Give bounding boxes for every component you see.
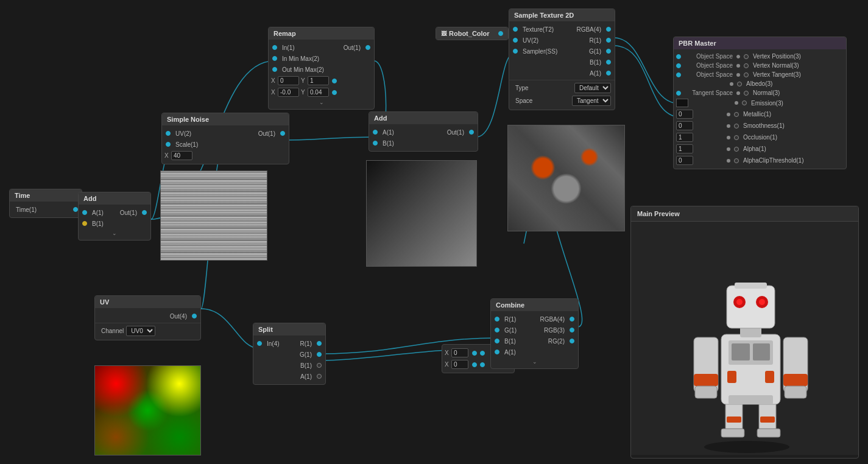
- remap-out-port[interactable]: [365, 45, 370, 50]
- pbr-vertex-pos-port-r[interactable]: [744, 54, 749, 59]
- split-r-port[interactable]: [317, 341, 322, 346]
- split-a-port[interactable]: [317, 374, 322, 379]
- xy-combine-x1-input[interactable]: [451, 348, 468, 357]
- pbr-normal-port-r[interactable]: [744, 91, 749, 96]
- combine-r-port[interactable]: [495, 317, 499, 322]
- combine-b-row: B(1) RG(2): [491, 336, 578, 346]
- pbr-smoothness-input[interactable]: [676, 121, 693, 130]
- split-g-port[interactable]: [317, 352, 322, 357]
- pbr-alphaclip-port[interactable]: [734, 158, 739, 163]
- remap-x1-input[interactable]: [278, 76, 299, 85]
- remap-y1-label: Y: [301, 77, 306, 84]
- st-type-select[interactable]: Default: [574, 83, 611, 93]
- svg-rect-13: [765, 371, 774, 383]
- st-b-port[interactable]: [606, 60, 611, 65]
- svg-rect-12: [727, 371, 736, 383]
- add-right-a-port[interactable]: [373, 130, 378, 135]
- combine-b-label: B(1): [504, 338, 516, 345]
- combine-title: Combine: [491, 299, 578, 311]
- pbr-metallic-port[interactable]: [734, 112, 739, 117]
- combine-a-row: A(1): [491, 346, 578, 357]
- pbr-alphaclip-label: AlphaClipThreshold(1): [743, 157, 804, 164]
- remap-outminmax-label: Out Min Max(2): [282, 66, 324, 73]
- pbr-emission-port[interactable]: [742, 100, 747, 105]
- remap-outminmax-port[interactable]: [272, 67, 277, 72]
- pbr-vertex-tangent-port-l[interactable]: [676, 72, 681, 77]
- st-texture-port[interactable]: [513, 27, 518, 32]
- st-g-port[interactable]: [606, 49, 611, 54]
- svg-rect-5: [757, 429, 780, 437]
- xy-combine-x1-port-r[interactable]: [480, 351, 485, 356]
- pbr-albedo-port[interactable]: [737, 82, 742, 86]
- robot-color-out-port[interactable]: [498, 31, 503, 36]
- simple-noise-x-input[interactable]: [171, 151, 192, 160]
- pbr-smoothness-row: Smoothness(1): [674, 120, 846, 132]
- pbr-occlusion-label: Occlusion(1): [743, 134, 777, 141]
- st-r-port[interactable]: [606, 38, 611, 43]
- st-rgba-label: RGBA(4): [576, 26, 601, 33]
- pbr-alphaclip-row: AlphaClipThreshold(1): [674, 155, 846, 166]
- st-space-select[interactable]: Tangent: [572, 96, 611, 106]
- pbr-albedo-row: Albedo(3): [674, 79, 846, 88]
- add-right-out-port[interactable]: [469, 130, 474, 135]
- remap-in-port[interactable]: [272, 45, 277, 50]
- combine-a-port[interactable]: [495, 350, 499, 354]
- pbr-metallic-input[interactable]: [676, 110, 693, 119]
- combine-rg-label: RG(2): [548, 338, 565, 345]
- add-left-b-port[interactable]: [82, 221, 87, 226]
- simple-noise-uv-port[interactable]: [166, 131, 171, 136]
- pbr-vertex-tangent-port-r[interactable]: [744, 72, 749, 77]
- pbr-albedo-label: Albedo(3): [746, 80, 772, 87]
- combine-rgba-port[interactable]: [570, 317, 574, 322]
- st-sampler-port[interactable]: [513, 49, 518, 54]
- remap-xy1-port[interactable]: [332, 79, 337, 83]
- simple-noise-out-port[interactable]: [280, 131, 285, 136]
- remap-chevron[interactable]: ⌄: [269, 98, 374, 107]
- pbr-occlusion-input[interactable]: [676, 133, 693, 142]
- xy-combine-x2-port-r[interactable]: [480, 362, 485, 367]
- pbr-vertex-normal-port-l[interactable]: [676, 63, 681, 68]
- pbr-normal-port-l[interactable]: [676, 91, 681, 96]
- st-uv-port[interactable]: [513, 38, 518, 43]
- uv-preview-image: [95, 366, 200, 455]
- pbr-vertex-pos-port-l[interactable]: [676, 54, 681, 59]
- combine-rg-port[interactable]: [570, 339, 574, 343]
- st-rgba-port[interactable]: [606, 27, 611, 32]
- xy-combine-x1-port[interactable]: [472, 351, 477, 356]
- add-left-out-port[interactable]: [142, 210, 147, 215]
- uv-channel-label: Channel: [101, 328, 124, 334]
- add-right-b-port[interactable]: [373, 141, 378, 146]
- add-left-chevron[interactable]: ⌄: [79, 229, 150, 237]
- pbr-alpha-port[interactable]: [734, 147, 739, 152]
- pbr-vertex-normal-port-r[interactable]: [744, 63, 749, 68]
- pbr-vertex-normal-row: Object Space Vertex Normal(3): [674, 61, 846, 70]
- pbr-occlusion-port[interactable]: [734, 135, 739, 140]
- remap-y2-input[interactable]: [308, 88, 329, 97]
- pbr-alphaclip-input[interactable]: [676, 156, 693, 165]
- simple-noise-scale-port[interactable]: [166, 142, 171, 147]
- add-left-a-port[interactable]: [82, 210, 87, 215]
- pbr-smoothness-port[interactable]: [734, 124, 739, 128]
- split-in-port[interactable]: [257, 341, 262, 346]
- xy-combine-x2-input[interactable]: [451, 360, 468, 369]
- split-b-port[interactable]: [317, 363, 322, 368]
- combine-b-port[interactable]: [495, 339, 499, 343]
- simple-noise-out-label: Out(1): [258, 130, 275, 137]
- combine-g-port[interactable]: [495, 328, 499, 332]
- pbr-normal-dot: [736, 91, 740, 95]
- st-space-label: Space: [515, 97, 532, 104]
- combine-rgb-port[interactable]: [570, 328, 574, 332]
- remap-xy2-port[interactable]: [332, 90, 337, 95]
- st-a-port[interactable]: [606, 71, 611, 76]
- xy-combine-x2-port[interactable]: [472, 362, 477, 367]
- pbr-smoothness-label: Smoothness(1): [743, 122, 785, 129]
- time-output-port[interactable]: [73, 207, 78, 212]
- remap-inminmax-port[interactable]: [272, 56, 277, 61]
- pbr-alpha-input[interactable]: [676, 144, 693, 153]
- combine-chevron[interactable]: ⌄: [491, 357, 578, 366]
- uv-channel-select[interactable]: UV0: [126, 326, 155, 336]
- uv-out-port[interactable]: [192, 314, 197, 318]
- st-sampler-row: Sampler(SS) G(1): [509, 46, 615, 57]
- remap-y1-input[interactable]: [308, 76, 329, 85]
- remap-x2-input[interactable]: [278, 88, 299, 97]
